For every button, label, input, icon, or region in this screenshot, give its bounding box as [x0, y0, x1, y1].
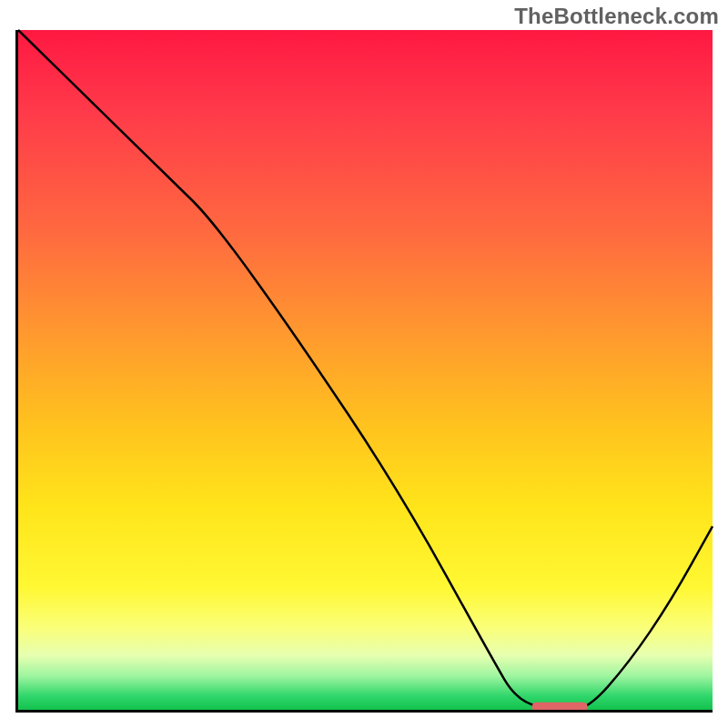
marker-layer — [18, 30, 713, 710]
watermark-text: TheBottleneck.com — [514, 4, 719, 29]
optimal-marker — [532, 703, 588, 710]
chart-container: TheBottleneck.com — [0, 0, 728, 728]
